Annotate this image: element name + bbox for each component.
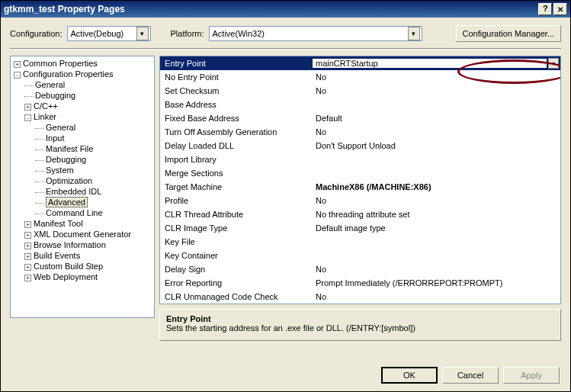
property-value[interactable]: Default image type [313,223,560,233]
expand-icon[interactable]: - [24,114,31,121]
expand-icon[interactable]: + [24,104,31,111]
close-icon[interactable]: ✕ [553,3,567,15]
apply-button[interactable]: Apply [503,367,560,384]
grid-row[interactable]: Target MachineMachineX86 (/MACHINE:X86) [160,180,560,194]
tree-item[interactable]: +XML Document Generator [12,229,152,239]
configuration-label: Configuration: [10,29,63,38]
help-icon[interactable]: ? [538,3,552,15]
grid-row[interactable]: Delay Loaded DLLDon't Support Unload [160,139,560,153]
expand-icon[interactable]: - [14,72,21,79]
property-value[interactable]: No [313,127,560,137]
expand-icon[interactable]: + [24,243,31,249]
tree-item-label: Manifest Tool [34,219,83,228]
property-value[interactable]: MachineX86 (/MACHINE:X86) [313,182,560,191]
property-value[interactable]: No [313,72,560,82]
property-grid[interactable]: ▾ Entry PointmainCRTStartupNo Entry Poin… [159,56,561,304]
grid-row[interactable]: Turn Off Assembly GenerationNo [160,125,560,139]
tree-item[interactable]: Manifest File [12,143,152,154]
expand-icon[interactable]: + [24,232,31,239]
platform-value: Active(Win32) [213,29,265,38]
property-value[interactable]: mainCRTStartup [313,59,547,68]
grid-row[interactable]: Fixed Base AddressDefault [160,111,560,125]
dropdown-icon[interactable]: ▾ [548,58,559,69]
tree-item[interactable]: System [12,165,152,175]
property-name: Merge Sections [160,169,313,178]
grid-row[interactable]: Key File [160,235,560,249]
tree-item-label: C/C++ [34,101,58,111]
tree-item-label: General [46,123,75,132]
tree-item-label: Debugging [35,91,75,100]
cancel-button[interactable]: Cancel [442,367,499,384]
tree-connector [35,203,44,204]
svg-text:?: ? [543,5,548,13]
tree-item-label: Embedded IDL [46,187,101,196]
property-name: Turn Off Assembly Generation [160,127,313,137]
description-text: Sets the starting address for an .exe fi… [166,323,554,333]
tree-item[interactable]: -Linker [12,111,152,122]
tree-item[interactable]: +Build Events [12,250,152,261]
property-value[interactable]: No [313,196,560,205]
property-value[interactable]: No [313,292,560,301]
tree-item[interactable]: +Common Properties [12,58,152,69]
tree-item-label: XML Document Generator [34,230,131,239]
tree-item[interactable]: +Custom Build Step [12,261,152,272]
tree-item[interactable]: +Browse Information [12,239,152,250]
tree-item[interactable]: -Configuration Properties [12,69,152,79]
property-value[interactable]: No threading attribute set [313,210,560,219]
ok-button[interactable]: OK [381,367,438,384]
property-value[interactable]: No [313,265,560,274]
tree-item-label: Build Events [34,251,80,260]
configuration-manager-button[interactable]: Configuration Manager... [456,25,561,42]
property-name: No Entry Point [160,72,313,82]
tree-item-label: Common Properties [23,59,98,68]
expand-icon[interactable]: + [24,221,31,228]
tree-item[interactable]: Debugging [12,154,152,165]
grid-row[interactable]: Delay SignNo [160,262,560,276]
tree-item[interactable]: Debugging [12,90,152,101]
grid-row[interactable]: ProfileNo [160,194,560,207]
tree-item-label: Manifest File [46,144,93,153]
expand-icon[interactable]: + [24,253,31,260]
grid-row[interactable]: No Entry PointNo [160,70,560,84]
tree-view[interactable]: +Common Properties-Configuration Propert… [10,56,155,318]
titlebar-buttons: ? ✕ [538,3,567,15]
property-value[interactable]: Prompt Immediately (/ERRORREPORT:PROMPT) [313,278,560,288]
grid-row[interactable]: Entry PointmainCRTStartup [160,56,560,70]
property-name: Import Library [160,155,313,164]
tree-item[interactable]: General [12,122,152,133]
property-name: Target Machine [160,182,313,191]
grid-row[interactable]: Merge Sections [160,166,560,180]
tree-item[interactable]: Command Line [12,207,152,218]
property-value[interactable]: No [313,86,560,95]
tree-item-label: Advanced [46,197,88,207]
expand-icon[interactable]: + [14,61,21,68]
tree-connector [24,85,34,86]
grid-row[interactable]: Base Address [160,98,560,111]
expand-icon[interactable]: + [24,264,31,271]
grid-row[interactable]: Set ChecksumNo [160,84,560,98]
grid-row[interactable]: Import Library [160,153,560,166]
configuration-combo[interactable]: Active(Debug) [67,26,151,41]
tree-connector [35,214,44,214]
property-value[interactable]: Default [313,114,560,123]
grid-row[interactable]: CLR Unmanaged Code CheckNo [160,290,560,304]
tree-item-label: Web Deployment [34,272,98,281]
platform-combo[interactable]: Active(Win32) [209,26,422,41]
tree-item[interactable]: +C/C++ [12,101,152,111]
grid-row[interactable]: CLR Image TypeDefault image type [160,221,560,235]
grid-row[interactable]: Key Container [160,249,560,262]
tree-item[interactable]: +Web Deployment [12,272,152,282]
tree-connector [35,149,44,150]
expand-icon[interactable]: + [24,275,31,281]
tree-item[interactable]: Input [12,133,152,143]
tree-item[interactable]: Optimization [12,175,152,186]
grid-row[interactable]: Error ReportingPrompt Immediately (/ERRO… [160,276,560,290]
property-value[interactable]: Don't Support Unload [313,141,560,150]
grid-row[interactable]: CLR Thread AttributeNo threading attribu… [160,207,560,221]
property-name: Delay Sign [160,265,313,274]
tree-item[interactable]: +Manifest Tool [12,218,152,229]
tree-item[interactable]: General [12,79,152,90]
tree-item[interactable]: Embedded IDL [12,186,152,197]
tree-item[interactable]: Advanced [12,197,152,207]
tree-item-label: Custom Build Step [34,262,103,271]
